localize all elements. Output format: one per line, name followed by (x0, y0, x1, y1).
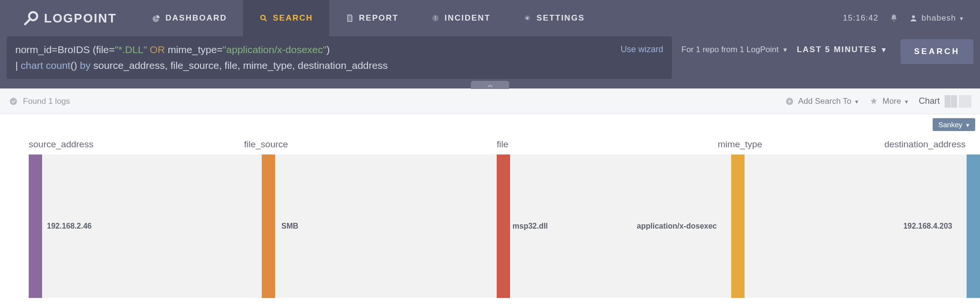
search-button[interactable]: SEARCH (901, 39, 973, 64)
svg-point-5 (10, 98, 17, 105)
view-mode-split[interactable] (945, 95, 957, 108)
more-label: More (882, 97, 901, 106)
settings-icon (523, 14, 532, 22)
sankey-node[interactable] (29, 154, 42, 298)
clock: 15:16:42 (843, 13, 879, 23)
query-token: | (15, 60, 21, 71)
sankey-node-label: application/x-dosexec (637, 222, 717, 231)
brand-logo-icon (23, 10, 44, 26)
query-token: source_address, file_source, file, mime_… (90, 60, 388, 71)
query-editor[interactable]: Use wizard norm_id=BroIDS (file="*.DLL" … (7, 36, 672, 79)
query-token: ) (326, 44, 330, 55)
nav-right: 15:16:42 bhabesh (843, 0, 980, 36)
bell-icon[interactable] (889, 13, 899, 23)
use-wizard-link[interactable]: Use wizard (621, 43, 663, 56)
view-switcher: Chart (919, 95, 971, 108)
sankey-column-header: source_address (29, 139, 93, 150)
results-toolbar: Found 1 logs Add Search To More Chart (0, 88, 980, 114)
query-token: () (70, 60, 80, 71)
sankey-node[interactable] (731, 154, 745, 298)
chevron-down-icon (783, 45, 787, 55)
query-token: chart (21, 60, 43, 71)
query-token: count (46, 60, 70, 71)
sankey-link[interactable] (275, 154, 497, 298)
query-token: "application/x-dosexec" (223, 44, 326, 55)
query-token: mime_type= (167, 44, 223, 55)
user-menu[interactable]: bhabesh (909, 13, 964, 23)
chevron-down-icon (855, 97, 858, 106)
nav-label: INCIDENT (445, 13, 490, 23)
nav-label: SEARCH (273, 13, 313, 23)
nav-item-settings[interactable]: SETTINGS (507, 0, 601, 36)
query-line-1: norm_id=BroIDS (file="*.DLL" OR mime_typ… (15, 42, 663, 58)
sankey-node[interactable] (262, 154, 275, 298)
sankey-node-label: 192.168.4.203 (903, 222, 952, 231)
search-nav-icon (259, 14, 268, 22)
chevron-down-icon (960, 13, 964, 23)
query-token: norm_id=BroIDS (file= (15, 44, 115, 55)
chevron-down-icon (966, 121, 969, 129)
chevron-up-icon: ︽ (488, 81, 493, 88)
sankey-node-label: SMB (281, 222, 299, 231)
svg-point-1 (261, 15, 265, 20)
time-range-text: LAST 5 MINUTES (797, 45, 877, 55)
sankey-node[interactable] (967, 154, 980, 298)
chart-area: Sankey source_addressfile_sourcefilemime… (0, 114, 980, 298)
svg-point-4 (912, 15, 915, 18)
add-search-to-label: Add Search To (798, 97, 851, 106)
sankey-column-header: file (497, 139, 508, 150)
nav-item-search[interactable]: SEARCH (243, 0, 329, 36)
user-icon (909, 14, 918, 22)
brand-text: LOGPOINT (44, 11, 117, 26)
nav-item-report[interactable]: REPORT (329, 0, 415, 36)
top-nav: LOGPOINT DASHBOARD SEARCH REPORT INCIDEN… (0, 0, 980, 36)
star-icon (869, 97, 879, 106)
dashboard-icon (152, 14, 161, 22)
query-row: Use wizard norm_id=BroIDS (file="*.DLL" … (0, 36, 980, 88)
chevron-down-icon (882, 45, 887, 55)
collapse-query-handle[interactable]: ︽ (471, 81, 509, 89)
check-circle-icon (9, 97, 18, 106)
user-name: bhabesh (922, 13, 956, 23)
brand: LOGPOINT (0, 0, 136, 36)
nav-item-incident[interactable]: INCIDENT (415, 0, 507, 36)
sankey-node-label: msp32.dll (512, 222, 548, 231)
sankey-headers: source_addressfile_sourcefilemime_typede… (14, 139, 966, 152)
sankey-column-header: mime_type (718, 139, 762, 150)
time-range-selector[interactable]: LAST 5 MINUTES (797, 36, 887, 55)
chart-type-label: Sankey (938, 121, 962, 129)
repo-scope-text: For 1 repo from 1 LogPoint (681, 45, 779, 55)
nav-label: REPORT (359, 13, 399, 23)
sankey-chart: 192.168.2.46SMBmsp32.dllapplication/x-do… (14, 154, 966, 298)
chevron-down-icon (905, 97, 908, 106)
query-token: by (80, 60, 90, 71)
sankey-column-header: destination_address (884, 139, 966, 150)
repo-scope-selector[interactable]: For 1 repo from 1 LogPoint (681, 36, 787, 55)
nav-item-dashboard[interactable]: DASHBOARD (136, 0, 244, 36)
add-search-to-menu[interactable]: Add Search To (785, 97, 858, 106)
sankey-node[interactable] (497, 154, 510, 298)
view-mode-full[interactable] (959, 95, 971, 108)
sankey-node-label: 192.168.2.46 (47, 222, 91, 231)
sankey-column-header: file_source (244, 139, 288, 150)
query-token: "*.DLL" (115, 44, 147, 55)
view-mode-label: Chart (919, 96, 940, 106)
nav-items: DASHBOARD SEARCH REPORT INCIDENT SETTING… (136, 0, 601, 36)
report-icon (345, 14, 354, 22)
query-token: OR (147, 44, 167, 55)
query-line-2: | chart count() by source_address, file_… (15, 58, 663, 74)
plus-circle-icon (785, 97, 794, 106)
incident-icon (431, 14, 440, 22)
found-logs-text: Found 1 logs (23, 97, 70, 106)
nav-label: DASHBOARD (166, 13, 227, 23)
nav-label: SETTINGS (536, 13, 585, 23)
more-menu[interactable]: More (869, 97, 908, 106)
chart-type-selector[interactable]: Sankey (933, 118, 975, 131)
